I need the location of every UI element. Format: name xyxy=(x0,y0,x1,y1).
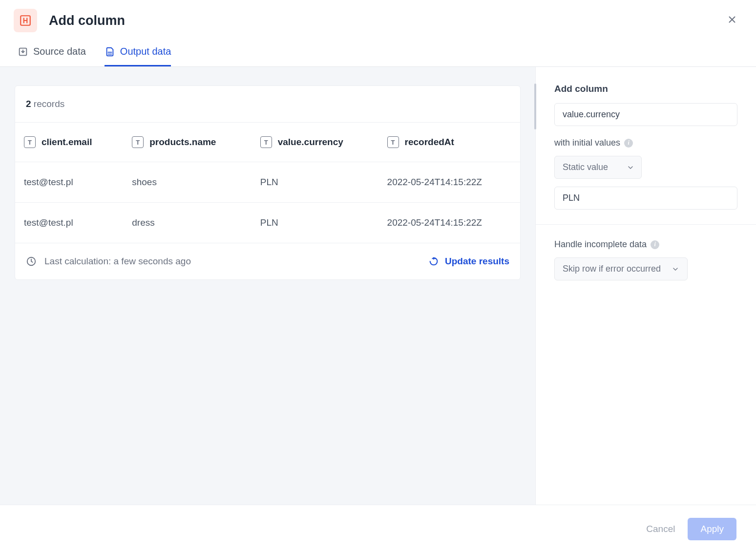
cell: test@test.pl xyxy=(15,203,123,243)
cell: 2022-05-24T14:15:22Z xyxy=(378,162,520,203)
table-row: test@test.pl shoes PLN 2022-05-24T14:15:… xyxy=(15,162,520,203)
chevron-down-icon xyxy=(627,164,634,171)
apply-button[interactable]: Apply xyxy=(688,518,736,540)
tab-label: Source data xyxy=(33,46,86,57)
type-text-icon: T xyxy=(260,136,272,148)
dialog-body: 2 records Tclient.email Tproducts.name T… xyxy=(0,67,756,547)
static-value-input[interactable] xyxy=(554,187,737,210)
tab-output-data[interactable]: Output data xyxy=(105,41,171,66)
table-row: test@test.pl dress PLN 2022-05-24T14:15:… xyxy=(15,203,520,243)
cell: shoes xyxy=(123,162,251,203)
column-name-input[interactable] xyxy=(554,103,737,126)
refresh-icon xyxy=(428,256,439,267)
cell: dress xyxy=(123,203,251,243)
column-header: products.name xyxy=(149,137,216,148)
file-icon xyxy=(105,46,115,57)
last-calculation: Last calculation: a few seconds ago xyxy=(44,256,191,267)
cell: PLN xyxy=(252,203,378,243)
column-header: value.currency xyxy=(278,137,343,148)
divider xyxy=(536,224,756,225)
column-header: recordedAt xyxy=(405,137,454,148)
import-icon xyxy=(18,46,28,57)
value-type-select[interactable]: Static value xyxy=(554,156,642,179)
tab-label: Output data xyxy=(120,46,171,57)
cancel-button[interactable]: Cancel xyxy=(646,524,675,534)
cell: 2022-05-24T14:15:22Z xyxy=(378,203,520,243)
records-count: 2 records xyxy=(15,86,520,123)
cell: test@test.pl xyxy=(15,162,123,203)
info-icon[interactable]: i xyxy=(651,240,659,249)
chevron-down-icon xyxy=(672,265,679,273)
error-handling-select[interactable]: Skip row if error occurred xyxy=(554,257,688,280)
type-text-icon: T xyxy=(132,136,144,148)
dialog-header: Add column xyxy=(0,0,756,37)
type-text-icon: T xyxy=(24,136,36,148)
panel-title: Add column xyxy=(554,84,737,94)
dialog-footer: Cancel Apply xyxy=(0,505,756,553)
update-results-button[interactable]: Update results xyxy=(428,256,509,267)
cell: PLN xyxy=(252,162,378,203)
type-text-icon: T xyxy=(387,136,399,148)
error-handling-label: Handle incomplete data i xyxy=(554,239,737,250)
info-icon[interactable]: i xyxy=(624,139,633,148)
config-panel: Add column with initial values i Static … xyxy=(535,67,756,547)
preview-card: 2 records Tclient.email Tproducts.name T… xyxy=(15,85,521,280)
tabs: Source data Output data xyxy=(0,37,756,67)
data-table: Tclient.email Tproducts.name Tvalue.curr… xyxy=(15,123,520,243)
card-footer: Last calculation: a few seconds ago Upda… xyxy=(15,243,520,279)
clock-icon xyxy=(26,256,37,267)
column-header: client.email xyxy=(42,137,92,148)
logo-icon xyxy=(19,14,32,27)
tab-source-data[interactable]: Source data xyxy=(18,41,86,66)
preview-pane: 2 records Tclient.email Tproducts.name T… xyxy=(0,67,535,547)
close-button[interactable] xyxy=(723,11,741,30)
initial-values-label: with initial values i xyxy=(554,138,737,148)
dialog-title: Add column xyxy=(49,13,125,28)
close-icon xyxy=(727,14,737,25)
app-logo xyxy=(14,9,37,32)
